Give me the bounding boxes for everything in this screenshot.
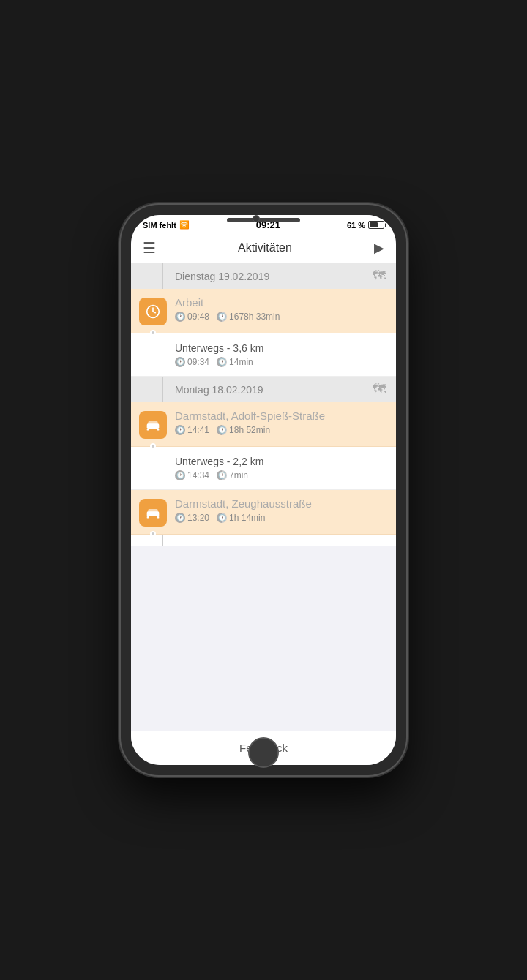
activity-info-arbeit: Arbeit 🕐 09:48 🕐 1678h 33min: [175, 296, 386, 322]
travel-item-2[interactable]: Unterwegs - 2,2 km 🕐 14:34 🕐 7min: [131, 447, 396, 490]
svg-rect-3: [147, 429, 149, 431]
timeline-dot-arbeit: [150, 330, 156, 336]
battery-icon: [368, 221, 384, 229]
date-monday: Montag 18.02.2019: [175, 384, 264, 396]
travel-time-icon-1: 🕐: [175, 357, 185, 367]
svg-rect-2: [148, 421, 157, 425]
meta-duration-arbeit: 🕐 1678h 33min: [217, 312, 280, 322]
travel-duration-val-1: 14min: [229, 357, 253, 367]
travel-duration-icon-2: 🕐: [217, 470, 227, 480]
wifi-icon: 🛜: [179, 220, 190, 230]
phone-camera: [253, 215, 260, 222]
time-value-arbeit: 09:48: [187, 312, 209, 322]
date-tuesday: Dienstag 19.02.2019: [175, 271, 269, 282]
phone-screen: SIM fehlt 🛜 09:21 61 % ☰ Aktivitäten ▶: [131, 215, 396, 765]
map-icon-tuesday[interactable]: 🗺: [373, 268, 386, 284]
travel-duration-2: 🕐 7min: [217, 470, 248, 480]
battery-pct: 61 %: [347, 221, 365, 230]
home-button[interactable]: [248, 737, 279, 768]
travel-info-1: Unterwegs - 3,6 km 🕐 09:34 🕐 14min: [175, 342, 386, 367]
activity-info-d2: Darmstadt, Zeughausstraße 🕐 13:20 🕐 1h 1…: [175, 497, 386, 523]
svg-rect-7: [147, 516, 149, 519]
activity-arbeit[interactable]: Arbeit 🕐 09:48 🕐 1678h 33min: [131, 289, 396, 333]
activity-list: Dienstag 19.02.2019 🗺: [131, 263, 396, 731]
travel-duration-1: 🕐 14min: [217, 357, 253, 367]
travel-title-1: Unterwegs - 3,6 km: [175, 342, 386, 354]
activity-icon-wrap-d1: [131, 410, 175, 439]
activity-info-d1: Darmstadt, Adolf-Spieß-Straße 🕐 14:41 🕐 …: [175, 410, 386, 435]
status-left: SIM fehlt 🛜: [143, 220, 190, 230]
activity-icon-wrap-arbeit: [131, 296, 175, 325]
travel-time-icon-2: 🕐: [175, 470, 185, 480]
map-icon-monday[interactable]: 🗺: [373, 382, 386, 397]
clock-activity-icon: [139, 298, 167, 325]
travel-meta-2: 🕐 14:34 🕐 7min: [175, 470, 386, 480]
status-right: 61 %: [347, 221, 384, 230]
activity-darmstadt-2[interactable]: Darmstadt, Zeughausstraße 🕐 13:20 🕐 1h 1…: [131, 490, 396, 535]
time-value-d2: 13:20: [187, 513, 209, 523]
timeline-dot-d2: [150, 531, 156, 537]
duration-icon-d2: 🕐: [217, 513, 227, 523]
activity-title-d1: Darmstadt, Adolf-Spieß-Straße: [175, 410, 386, 422]
meta-time-arbeit: 🕐 09:48: [175, 312, 209, 322]
time-icon-arbeit: 🕐: [175, 312, 185, 322]
travel-item-1[interactable]: Unterwegs - 3,6 km 🕐 09:34 🕐 14min: [131, 333, 396, 377]
travel-time-val-2: 14:34: [187, 470, 209, 480]
sofa-activity-icon-2: [139, 499, 167, 527]
activity-title-d2: Darmstadt, Zeughausstraße: [175, 497, 386, 510]
meta-duration-d2: 🕐 1h 14min: [217, 513, 265, 523]
travel-info-2: Unterwegs - 2,2 km 🕐 14:34 🕐 7min: [175, 456, 386, 480]
duration-value-d1: 18h 52min: [229, 425, 270, 435]
phone-speaker: [227, 218, 300, 222]
activity-title-arbeit: Arbeit: [175, 296, 386, 309]
date-header-tuesday: Dienstag 19.02.2019 🗺: [131, 263, 396, 289]
svg-rect-4: [157, 429, 159, 431]
menu-button[interactable]: ☰: [143, 239, 156, 257]
nav-bar: ☰ Aktivitäten ▶: [131, 233, 396, 263]
meta-time-d2: 🕐 13:20: [175, 513, 209, 523]
time-value-d1: 14:41: [187, 425, 209, 435]
travel-time-2: 🕐 14:34: [175, 470, 209, 480]
meta-duration-d1: 🕐 18h 52min: [217, 425, 270, 435]
svg-rect-6: [148, 509, 157, 513]
duration-value-d2: 1h 14min: [229, 513, 265, 523]
activity-meta-d1: 🕐 14:41 🕐 18h 52min: [175, 425, 386, 435]
timeline-dot-d1: [150, 443, 156, 449]
sim-label: SIM fehlt: [143, 221, 176, 230]
travel-duration-val-2: 7min: [229, 470, 248, 480]
travel-time-1: 🕐 09:34: [175, 357, 209, 367]
sofa-activity-icon-1: [139, 411, 167, 439]
travel-meta-1: 🕐 09:34 🕐 14min: [175, 357, 386, 367]
travel-title-2: Unterwegs - 2,2 km: [175, 456, 386, 467]
date-header-monday: Montag 18.02.2019 🗺: [131, 377, 396, 402]
timeline: Dienstag 19.02.2019 🗺: [131, 263, 396, 546]
meta-time-d1: 🕐 14:41: [175, 425, 209, 435]
page-title: Aktivitäten: [238, 241, 292, 255]
activity-meta-arbeit: 🕐 09:48 🕐 1678h 33min: [175, 312, 386, 322]
activity-meta-d2: 🕐 13:20 🕐 1h 14min: [175, 513, 386, 523]
time-icon-d1: 🕐: [175, 425, 185, 435]
travel-time-val-1: 09:34: [187, 357, 209, 367]
duration-icon-arbeit: 🕐: [217, 312, 227, 322]
activity-darmstadt-1[interactable]: Darmstadt, Adolf-Spieß-Straße 🕐 14:41 🕐 …: [131, 402, 396, 447]
activity-icon-wrap-d2: [131, 497, 175, 527]
phone-frame: SIM fehlt 🛜 09:21 61 % ☰ Aktivitäten ▶: [121, 205, 406, 775]
time-icon-d2: 🕐: [175, 513, 185, 523]
play-button[interactable]: ▶: [374, 240, 384, 256]
travel-duration-icon-1: 🕐: [217, 357, 227, 367]
duration-value-arbeit: 1678h 33min: [229, 312, 280, 322]
svg-rect-8: [157, 516, 159, 519]
duration-icon-d1: 🕐: [217, 425, 227, 435]
bottom-spacer: [131, 535, 396, 546]
